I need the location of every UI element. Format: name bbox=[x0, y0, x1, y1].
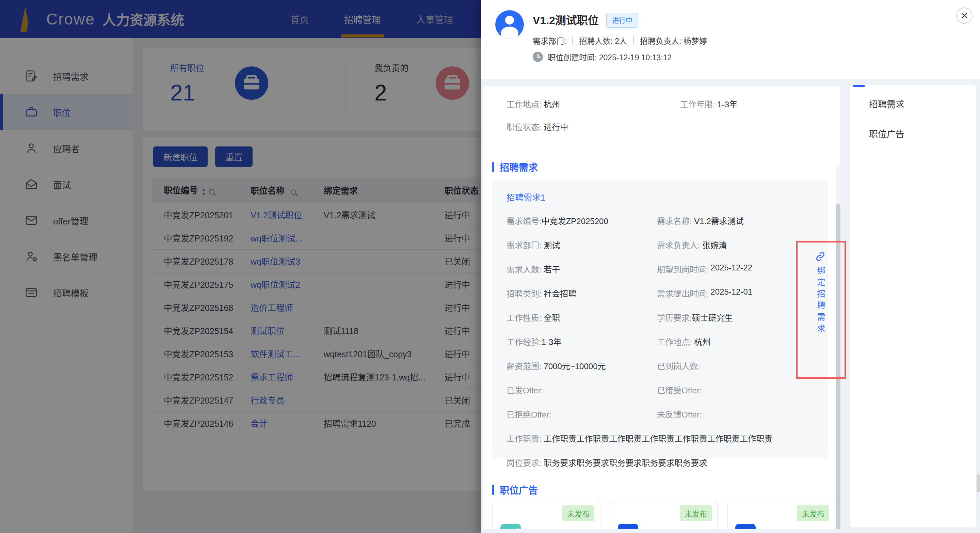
field: 需求编号:中竞发ZP2025200 bbox=[506, 215, 657, 227]
field: 职位状态: 进行中 bbox=[506, 122, 568, 132]
field-label: 未反馈Offer: bbox=[657, 408, 702, 420]
field-label: 工作经验: bbox=[506, 335, 542, 347]
basic-row: 职位状态: 进行中 bbox=[506, 122, 840, 132]
field: 招聘类别: 社会招聘 bbox=[506, 287, 657, 299]
field-label: 工作职责: bbox=[506, 432, 544, 444]
field-value: 进行中 bbox=[544, 123, 568, 132]
field: 已接受Offer: bbox=[657, 384, 814, 396]
position-title: V1.2测试职位 bbox=[533, 11, 599, 27]
field: 工作地点: 杭州 bbox=[506, 99, 560, 110]
requirement-link[interactable]: 招聘需求1 bbox=[506, 191, 814, 203]
position-avatar-icon bbox=[495, 10, 524, 39]
section-title-ads: 职位广告 bbox=[492, 483, 538, 496]
field-value: 2025-12-01 bbox=[710, 287, 752, 299]
field-value: 1-3年 bbox=[717, 100, 737, 109]
position-detail-drawer: V1.2测试职位 进行中 需求部门:招聘人数: 2人招聘负责人: 杨梦婷 职位创… bbox=[481, 0, 980, 533]
meta-separator bbox=[633, 36, 634, 45]
ad-card-猎聘网[interactable]: 未发布聘猎聘网 bbox=[727, 501, 835, 533]
field: 已发Offer: bbox=[506, 384, 657, 396]
field-value: 2025-12-22 bbox=[710, 263, 752, 275]
field-label: 需求负责人: bbox=[657, 239, 702, 251]
created-row: 职位创建时间: 2025-12-19 10:13:12 bbox=[533, 51, 671, 63]
bind-requirement-button[interactable]: 绑定招聘需求 bbox=[807, 251, 834, 336]
field: 工作经验:1-3年 bbox=[506, 335, 657, 347]
field-label: 工作性质: bbox=[506, 311, 544, 323]
field: 需求名称: V1.2需求测试 bbox=[657, 215, 814, 227]
ad-status-badge: 未发布 bbox=[797, 506, 829, 521]
anchor-link-职位广告[interactable]: 职位广告 bbox=[869, 127, 976, 140]
right-scrollbar-thumb[interactable] bbox=[977, 474, 980, 493]
basic-row: 工作地点: 杭州工作年限: 1-3年 bbox=[506, 99, 840, 110]
field: 需求人数: 若干 bbox=[506, 263, 657, 275]
field-label: 需求名称: bbox=[657, 215, 694, 227]
field-value: 职务要求职务要求职务要求职务要求职务要求 bbox=[544, 456, 707, 468]
field-value: V1.2需求测试 bbox=[694, 215, 743, 227]
bind-button-label: 绑定招聘需求 bbox=[815, 266, 826, 336]
anchor-link-招聘需求[interactable]: 招聘需求 bbox=[869, 97, 976, 110]
job-ads: 未发布BOSS直聘boss直聘未发布聘智联招聘未发布聘猎聘网 bbox=[492, 501, 835, 533]
field-value: 张婉清 bbox=[702, 239, 727, 251]
meta-separator bbox=[572, 36, 573, 45]
field-value: 1-3年 bbox=[542, 335, 562, 347]
field-label: 需求编号: bbox=[506, 215, 542, 227]
field-label: 工作地点: bbox=[506, 100, 544, 109]
position-meta: 需求部门:招聘人数: 2人招聘负责人: 杨梦婷 bbox=[533, 35, 707, 46]
field-label: 薪资范围: bbox=[506, 360, 544, 372]
field-label: 招聘类别: bbox=[506, 287, 544, 299]
field-value: 工作职责工作职责工作职责工作职责工作职责工作职责工作职责 bbox=[544, 432, 772, 444]
drawer-body-card: 工作地点: 杭州工作年限: 1-3年职位状态: 进行中 招聘需求 招聘需求1 需… bbox=[483, 86, 840, 533]
field-value: 社会招聘 bbox=[544, 287, 576, 299]
ad-card-智联招聘[interactable]: 未发布聘智联招聘 bbox=[610, 501, 718, 533]
ad-card-boss直聘[interactable]: 未发布BOSS直聘boss直聘 bbox=[492, 501, 600, 533]
close-icon[interactable]: ✕ bbox=[956, 8, 972, 24]
link-icon bbox=[815, 251, 826, 262]
field-label: 需求部门: bbox=[506, 239, 544, 251]
anchor-nav-card: 招聘需求职位广告 bbox=[850, 85, 976, 527]
field-value: 全职 bbox=[544, 311, 560, 323]
field-label: 工作地点: bbox=[657, 335, 694, 347]
field-label: 需求提出时间: bbox=[657, 287, 710, 299]
field-label: 已拒绝Offer: bbox=[506, 408, 552, 420]
created-text: 职位创建时间: 2025-12-19 10:13:12 bbox=[548, 51, 671, 63]
ad-status-badge: 未发布 bbox=[562, 506, 594, 521]
field-value: 硕士研究生 bbox=[692, 311, 733, 323]
meta-item: 招聘人数: 2人 bbox=[579, 35, 627, 46]
drawer-mask[interactable] bbox=[0, 0, 481, 533]
app-root: Crowe 人力资源系统 首页招聘管理人事管理假勤管 招聘需求职位应聘者面试of… bbox=[0, 0, 980, 533]
requirement-panel: 招聘需求1 需求编号:中竞发ZP2025200需求名称: V1.2需求测试需求部… bbox=[492, 180, 828, 458]
field-value: 7000元~10000元 bbox=[544, 360, 606, 372]
ad-status-badge: 未发布 bbox=[680, 506, 712, 521]
field: 已到岗人数: bbox=[657, 360, 814, 372]
field-label: 期望到岗时间: bbox=[657, 263, 710, 275]
meta-item: 招聘负责人: 杨梦婷 bbox=[640, 35, 707, 46]
field-label: 已到岗人数: bbox=[657, 360, 700, 372]
field: 期望到岗时间: 2025-12-22 bbox=[657, 263, 814, 275]
field-value: 杭州 bbox=[544, 100, 560, 109]
field: 岗位要求: 职务要求职务要求职务要求职务要求职务要求 bbox=[506, 456, 814, 468]
field: 需求提出时间: 2025-12-01 bbox=[657, 287, 814, 299]
field: 薪资范围: 7000元~10000元 bbox=[506, 360, 657, 372]
field: 工作职责: 工作职责工作职责工作职责工作职责工作职责工作职责工作职责 bbox=[506, 432, 814, 444]
basic-fields: 工作地点: 杭州工作年限: 1-3年职位状态: 进行中 bbox=[483, 86, 840, 132]
field-label: 学历要求: bbox=[657, 311, 692, 323]
field: 学历要求:硕士研究生 bbox=[657, 311, 814, 323]
field: 工作性质: 全职 bbox=[506, 311, 657, 323]
field-label: 需求人数: bbox=[506, 263, 544, 275]
field: 需求部门: 测试 bbox=[506, 239, 657, 251]
field-label: 已接受Offer: bbox=[657, 384, 702, 396]
section-title-requirement: 招聘需求 bbox=[492, 160, 538, 174]
clock-icon bbox=[533, 52, 543, 62]
field-label: 职位状态: bbox=[506, 123, 544, 132]
status-badge: 进行中 bbox=[606, 13, 638, 27]
field-label: 已发Offer: bbox=[506, 384, 543, 396]
field: 未反馈Offer: bbox=[657, 408, 814, 420]
field: 需求负责人: 张婉清 bbox=[657, 239, 814, 251]
field-value: 杭州 bbox=[694, 335, 710, 347]
field-value: 测试 bbox=[544, 239, 560, 251]
meta-item: 需求部门: bbox=[533, 35, 566, 46]
field-label: 工作年限: bbox=[680, 100, 717, 109]
field-value: 中竞发ZP2025200 bbox=[542, 215, 608, 227]
drawer-header: V1.2测试职位 进行中 需求部门:招聘人数: 2人招聘负责人: 杨梦婷 职位创… bbox=[481, 0, 980, 79]
bottom-scroll-band bbox=[481, 529, 980, 533]
field: 工作地点: 杭州 bbox=[657, 335, 814, 347]
